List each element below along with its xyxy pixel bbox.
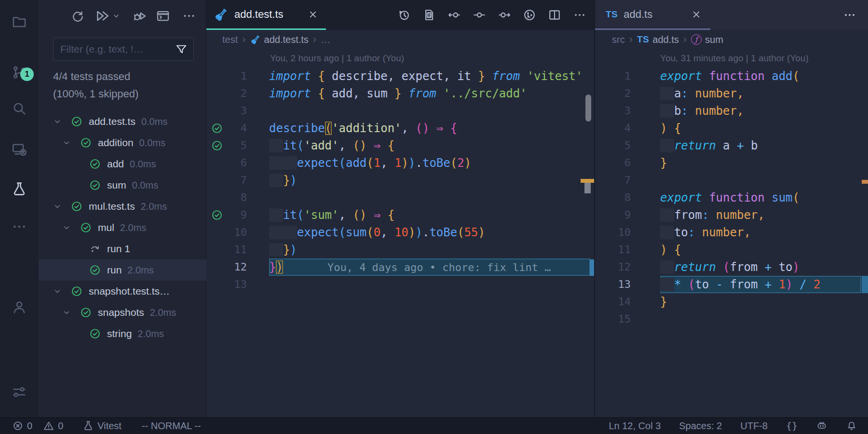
pass-icon: [70, 115, 83, 128]
editor-action-commit[interactable]: [473, 8, 486, 22]
toolbar-run-all-button[interactable]: [95, 8, 110, 24]
editor-action-more[interactable]: [573, 8, 586, 22]
breadcrumb-item-test[interactable]: test: [222, 34, 238, 45]
chevron-down-icon[interactable]: [53, 202, 70, 211]
chevron-down-icon[interactable]: [53, 117, 70, 126]
code-line-10[interactable]: 10 expect(sum(0, 10)).toBe(55): [206, 224, 594, 241]
code-line-11[interactable]: 11) {: [595, 241, 868, 258]
code-line-8[interactable]: 8: [206, 189, 594, 206]
test-tree-item-mul-test-ts[interactable]: mul.test.ts2.0ms: [39, 196, 206, 217]
test-pass-gutter-icon[interactable]: [206, 120, 228, 137]
test-tree-item-mul[interactable]: mul2.0ms: [39, 217, 206, 238]
pass-icon: [211, 209, 223, 221]
code-area[interactable]: 1export function add(2 a: number,3 b: nu…: [595, 68, 868, 328]
editor-action-split-editor[interactable]: [548, 8, 561, 22]
code-line-2[interactable]: 2import { add, sum } from '../src/add': [206, 85, 594, 102]
test-tree-item-sum[interactable]: sum0.0ms: [39, 175, 206, 196]
editor-action-prev-change[interactable]: [448, 8, 461, 22]
code-line-3[interactable]: 3: [206, 102, 594, 120]
tab-add-test-ts[interactable]: add.test.ts: [206, 0, 326, 30]
code-line-12[interactable]: 12 return (from + to): [595, 258, 868, 276]
code-line-11[interactable]: 11 }): [206, 241, 594, 258]
editor-action-more[interactable]: [843, 8, 856, 22]
code-line-13[interactable]: 13 * (to - from + 1) / 2: [595, 276, 868, 293]
code-line-2[interactable]: 2 a: number,: [595, 85, 868, 102]
breadcrumb-item-sum[interactable]: ƒsum: [691, 34, 723, 45]
test-tree-item-snapshots[interactable]: snapshots2.0ms: [39, 302, 206, 323]
code-line-5[interactable]: 5 return a + b: [595, 137, 868, 154]
test-tree-item-string[interactable]: string2.0ms: [39, 323, 206, 344]
toolbar-refresh-button[interactable]: [70, 9, 84, 23]
activity-item-search[interactable]: [11, 100, 27, 117]
code-line-12[interactable]: 12})You, 4 days ago • chore: fix lint …: [206, 258, 594, 276]
code-line-1[interactable]: 1export function add(: [595, 68, 868, 85]
code-line-13[interactable]: 13: [206, 276, 594, 293]
status-notifications-bell[interactable]: [846, 420, 857, 432]
code-line-8[interactable]: 8export function sum(: [595, 189, 868, 206]
editor-action-next-change[interactable]: [498, 8, 511, 22]
code-line-6[interactable]: 6 expect(add(1, 1)).toBe(2): [206, 154, 594, 172]
close-tab-icon[interactable]: [691, 9, 702, 20]
toolbar-run-dropdown-button[interactable]: [112, 12, 121, 20]
close-tab-icon[interactable]: [308, 9, 318, 20]
test-tree-item-run-1[interactable]: run 1: [39, 238, 206, 259]
status-problems-warnings[interactable]: 0: [43, 420, 63, 432]
chevron-down-icon[interactable]: [62, 138, 80, 147]
status-vitest[interactable]: Vitest: [82, 420, 122, 432]
scrollbar-handle[interactable]: [585, 95, 591, 122]
test-tree-item-run[interactable]: run2.0ms: [39, 259, 206, 281]
test-tree-item-addition[interactable]: addition0.0ms: [39, 132, 206, 153]
test-tree-item-snapshot-test-ts-[interactable]: snapshot.test.ts…: [39, 281, 206, 302]
activity-item-settings[interactable]: [11, 384, 27, 400]
status-encoding[interactable]: UTF-8: [740, 420, 768, 432]
activity-item-account[interactable]: [11, 299, 27, 315]
code-line-9[interactable]: 9 it('sum', () ⇒ {: [206, 206, 594, 224]
toolbar-open-panel-button[interactable]: [156, 9, 170, 23]
code-line-14[interactable]: 14}: [595, 293, 868, 311]
status-cursor-position[interactable]: Ln 12, Col 3: [609, 420, 661, 432]
editor-action-binary-file[interactable]: 0110: [422, 8, 436, 22]
code-line-15[interactable]: 15: [595, 311, 868, 328]
test-filter-input[interactable]: Filter (e.g. text, !…: [53, 38, 194, 61]
code-line-3[interactable]: 3 b: number,: [595, 102, 868, 120]
activity-item-explorer[interactable]: [11, 14, 27, 30]
toolbar-debug-tests-button[interactable]: [132, 8, 147, 24]
code-text: [660, 311, 861, 328]
code-line-4[interactable]: 4describe('addition', () ⇒ {: [206, 120, 594, 137]
status-problems-errors[interactable]: 0: [12, 420, 32, 432]
editor-action-graph[interactable]: [523, 8, 536, 22]
code-line-5[interactable]: 5 it('add', () ⇒ {: [206, 137, 594, 154]
chevron-down-icon[interactable]: [62, 308, 80, 317]
activity-item-testing[interactable]: [11, 181, 27, 197]
test-tree-item-add-test-ts[interactable]: add.test.ts0.0ms: [39, 111, 206, 132]
tab-add-ts[interactable]: TS add.ts: [595, 0, 710, 30]
breadcrumb-item-add-ts[interactable]: TSadd.ts: [637, 34, 679, 45]
status-language-braces[interactable]: {}: [786, 420, 798, 432]
code-area[interactable]: 1import { describe, expect, it } from 'v…: [206, 68, 594, 293]
code-line-9[interactable]: 9 from: number,: [595, 206, 868, 224]
chevron-down-icon[interactable]: [62, 223, 80, 232]
test-pass-gutter-icon[interactable]: [206, 206, 228, 224]
chevron-down-icon: [112, 12, 121, 20]
code-line-7[interactable]: 7: [595, 172, 868, 189]
test-tree-item-add[interactable]: add0.0ms: [39, 153, 206, 175]
test-pass-gutter-icon[interactable]: [206, 137, 228, 154]
activity-item-more[interactable]: [11, 218, 27, 235]
code-line-1[interactable]: 1import { describe, expect, it } from 'v…: [206, 68, 594, 85]
breadcrumb-item-src[interactable]: src: [612, 34, 625, 45]
editor-action-history[interactable]: [397, 8, 411, 22]
breadcrumb-item--[interactable]: …: [321, 34, 330, 45]
status-vim-mode[interactable]: -- NORMAL --: [142, 420, 201, 432]
code-line-6[interactable]: 6}: [595, 154, 868, 172]
breadcrumb-item-add-test-ts[interactable]: add.test.ts: [250, 34, 309, 45]
status-indentation[interactable]: Spaces: 2: [679, 420, 722, 432]
toolbar-more-actions-button[interactable]: [182, 9, 196, 23]
panel-icon: [156, 9, 170, 23]
typescript-icon: TS: [606, 9, 618, 20]
code-line-7[interactable]: 7 }): [206, 172, 594, 189]
chevron-down-icon[interactable]: [53, 287, 70, 296]
code-line-4[interactable]: 4) {: [595, 120, 868, 137]
activity-item-remote-explorer[interactable]: [11, 141, 27, 158]
code-line-10[interactable]: 10 to: number,: [595, 224, 868, 241]
status-copilot[interactable]: [816, 420, 827, 432]
